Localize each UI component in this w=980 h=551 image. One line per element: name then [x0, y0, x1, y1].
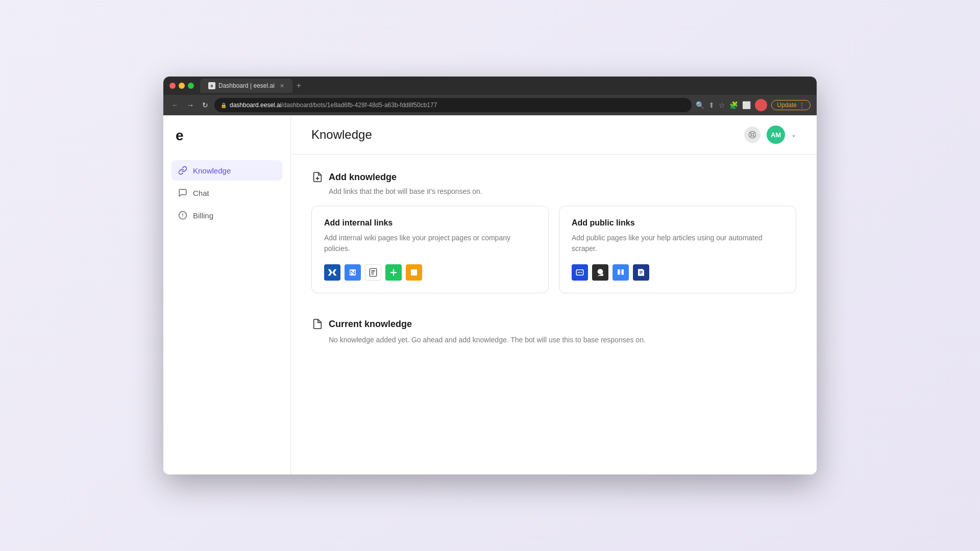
- back-button[interactable]: ←: [169, 100, 181, 110]
- internal-links-card[interactable]: Add internal links Add internal wiki pag…: [311, 206, 549, 293]
- browser-tab[interactable]: e Dashboard | eesel.ai ✕: [200, 79, 292, 93]
- public-card-title: Add public links: [572, 218, 783, 228]
- svg-point-4: [751, 133, 753, 136]
- update-chevron-icon: ⋮: [799, 102, 805, 109]
- update-button[interactable]: Update ⋮: [771, 100, 811, 110]
- bookmark-icon[interactable]: ☆: [719, 101, 725, 109]
- zendesk-icon: [592, 264, 608, 281]
- maximize-button[interactable]: [188, 83, 194, 89]
- sharepoint-icon: [345, 264, 361, 281]
- chat-icon: [178, 188, 188, 198]
- confluence-icon: [324, 264, 340, 281]
- current-knowledge-section: Current knowledge No knowledge added yet…: [311, 314, 796, 345]
- sidebar-item-knowledge-label: Knowledge: [193, 166, 231, 175]
- address-bar[interactable]: 🔒 dashboard.eesel.ai/dashboard/bots/1e8a…: [214, 98, 692, 112]
- sidebar-item-knowledge[interactable]: Knowledge: [172, 160, 282, 181]
- minimize-button[interactable]: [179, 83, 185, 89]
- knowledge-cards: Add internal links Add internal wiki pag…: [311, 206, 796, 293]
- avatar[interactable]: AM: [767, 126, 785, 144]
- current-knowledge-title: Current knowledge: [329, 319, 412, 330]
- add-knowledge-header: Add knowledge: [311, 171, 796, 183]
- close-button[interactable]: [169, 83, 176, 89]
- internal-card-icons: [324, 264, 536, 281]
- internal-card-desc: Add internal wiki pages like your projec…: [324, 233, 536, 254]
- tab-favicon: e: [208, 82, 215, 89]
- svg-point-21: [578, 272, 579, 273]
- browser-toolbar: ← → ↻ 🔒 dashboard.eesel.ai/dashboard/bot…: [163, 95, 817, 115]
- sidebar-item-billing-label: Billing: [193, 211, 213, 220]
- svg-line-5: [750, 132, 751, 134]
- current-knowledge-header: Current knowledge: [311, 318, 796, 330]
- public-links-card[interactable]: Add public links Add public pages like y…: [559, 206, 796, 293]
- page-title: Knowledge: [311, 128, 372, 142]
- add-knowledge-icon: [311, 171, 324, 183]
- public-card-desc: Add public pages like your help articles…: [572, 233, 783, 254]
- svg-line-6: [753, 136, 755, 137]
- svg-point-22: [579, 272, 580, 273]
- lock-icon: 🔒: [220, 103, 227, 108]
- sidebar-nav: Knowledge Chat: [172, 160, 282, 226]
- share-icon[interactable]: ⬆: [708, 101, 715, 109]
- app-logo: e: [172, 128, 282, 144]
- profile-icon[interactable]: [755, 99, 767, 111]
- sidebar: e Knowledge: [163, 115, 291, 474]
- plus-icon: [385, 264, 402, 281]
- split-view-icon[interactable]: ⬜: [742, 101, 751, 109]
- browser-window: e Dashboard | eesel.ai ✕ + ← → ↻ 🔒 dashb…: [163, 77, 817, 474]
- search-icon[interactable]: 🔍: [696, 101, 704, 109]
- svg-point-23: [581, 272, 582, 273]
- address-text: dashboard.eesel.ai/dashboard/bots/1e8ad6…: [230, 102, 685, 109]
- tab-bar: e Dashboard | eesel.ai ✕ +: [200, 79, 800, 93]
- svg-rect-18: [410, 269, 418, 276]
- extensions-icon[interactable]: 🧩: [729, 101, 738, 109]
- add-knowledge-title: Add knowledge: [329, 172, 397, 183]
- forward-button[interactable]: →: [185, 100, 196, 110]
- toolbar-actions: 🔍 ⬆ ☆ 🧩 ⬜ Update ⋮: [696, 99, 811, 111]
- traffic-lights: [169, 83, 194, 89]
- public-card-icons: [572, 264, 783, 281]
- header-actions: AM ⌄: [744, 126, 796, 144]
- readme-icon: [633, 264, 649, 281]
- sidebar-item-chat-label: Chat: [193, 189, 209, 197]
- current-knowledge-icon: [311, 318, 324, 330]
- tab-title: Dashboard | eesel.ai: [218, 82, 275, 89]
- main-content: Knowledge AM ⌄: [291, 115, 817, 474]
- gitbook-icon: [612, 264, 629, 281]
- notion-icon: [365, 264, 381, 281]
- page-header: Knowledge AM ⌄: [291, 115, 817, 155]
- svg-line-8: [750, 136, 751, 137]
- avatar-chevron-icon[interactable]: ⌄: [791, 131, 796, 138]
- page-body: Add knowledge Add links that the bot wil…: [291, 155, 817, 362]
- sidebar-item-billing[interactable]: Billing: [172, 205, 282, 226]
- intercom-icon: [572, 264, 588, 281]
- knowledge-icon: [178, 165, 188, 176]
- google-drive-icon: [406, 264, 422, 281]
- browser-titlebar: e Dashboard | eesel.ai ✕ +: [163, 77, 817, 95]
- svg-line-7: [753, 132, 755, 134]
- billing-icon: [178, 210, 188, 220]
- reload-button[interactable]: ↻: [200, 100, 210, 110]
- sidebar-item-chat[interactable]: Chat: [172, 183, 282, 203]
- new-tab-button[interactable]: +: [297, 81, 301, 90]
- tab-close-button[interactable]: ✕: [280, 83, 284, 89]
- add-knowledge-desc: Add links that the bot will base it's re…: [329, 187, 796, 195]
- help-button[interactable]: [744, 127, 761, 143]
- internal-card-title: Add internal links: [324, 218, 536, 228]
- app-layout: e Knowledge: [163, 115, 817, 474]
- current-knowledge-empty-msg: No knowledge added yet. Go ahead and add…: [329, 334, 796, 345]
